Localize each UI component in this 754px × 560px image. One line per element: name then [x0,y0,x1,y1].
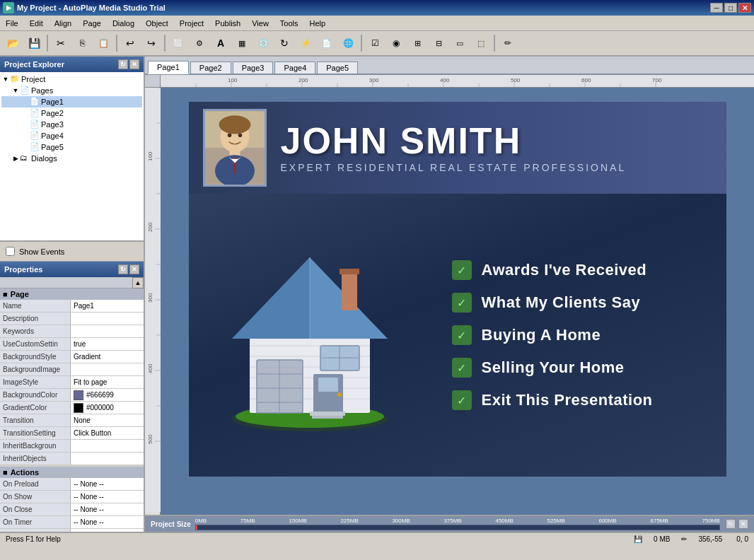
menu-align[interactable]: Align [49,18,77,29]
tree-project[interactable]: ▼ 📁 Project [1,74,142,85]
tab-page4[interactable]: Page4 [274,62,315,74]
project-explorer-close[interactable]: ✕ [129,59,139,69]
tree-pages[interactable]: ▼ 📄 Pages [1,85,142,96]
tb-cut[interactable]: ✂ [51,33,71,53]
tab-page3[interactable]: Page3 [233,62,274,74]
minimize-button[interactable]: ─ [710,3,723,13]
app-title: My Project - AutoPlay Media Studio Trial [17,4,166,12]
tb-media[interactable]: 💿 [253,33,273,53]
section-page: ■ Page [0,288,144,300]
properties-refresh[interactable]: ↻ [118,264,128,274]
tree-page3[interactable]: 📄 Page3 [1,119,142,130]
check-icon-buying: ✓ [452,325,472,345]
prop-onshow: On Show -- None -- [0,491,144,503]
show-events-label: Show Events [19,247,64,256]
tb-table2[interactable]: ⊟ [429,33,448,53]
tab-page1[interactable]: Page1 [148,61,189,74]
menu-row-buying[interactable]: ✓ Buying A Home [452,325,705,345]
tb-redo[interactable]: ↪ [141,33,161,53]
tb-refresh[interactable]: ↻ [274,33,294,53]
menu-object[interactable]: Object [140,18,174,29]
maximize-button[interactable]: □ [724,3,737,13]
menu-dialog[interactable]: Dialog [107,18,140,29]
tb-web[interactable]: 🌐 [338,33,358,53]
tb-grid[interactable]: ▦ [232,33,252,53]
svg-marker-60 [232,257,310,339]
svg-rect-76 [342,272,357,310]
show-events-checkbox[interactable] [6,247,15,256]
status-disk-icon: 💾 [634,535,642,543]
menu-row-selling[interactable]: ✓ Selling Your Home [452,358,705,378]
toolbar-separator-3 [164,35,166,52]
menu-text-clients: What My Clients Say [482,293,641,312]
menu-page[interactable]: Page [77,18,107,29]
project-size-bar: Project Size 0MB 75MB 150MB 225MB 300MB … [145,516,754,532]
slide-photo [203,109,267,187]
tb-pdf[interactable]: 📄 [317,33,337,53]
tb-object2[interactable]: ⚙ [190,33,209,53]
tb-table[interactable]: ⊞ [407,33,427,53]
size-bar-refresh[interactable]: ↻ [726,519,736,529]
menu-help[interactable]: Help [304,18,332,29]
tb-new[interactable]: 📂 [3,33,23,53]
tb-flash[interactable]: ⚡ [296,33,315,53]
tree-page5[interactable]: 📄 Page5 [1,141,142,153]
size-bar-close[interactable]: ✕ [738,519,748,529]
tree-dialogs[interactable]: ▶ 🗂 Dialogs [1,153,142,164]
svg-text:400: 400 [147,363,153,373]
tree-page1[interactable]: 📄 Page1 [1,96,142,107]
svg-point-48 [227,133,231,137]
tb-frame[interactable]: ▭ [450,33,470,53]
tab-page2[interactable]: Page2 [190,62,231,74]
tb-check[interactable]: ☑ [365,33,385,53]
tb-copy[interactable]: ⎘ [72,33,92,53]
tb-save[interactable]: 💾 [24,33,44,53]
tree-page2[interactable]: 📄 Page2 [1,107,142,119]
project-explorer-refresh[interactable]: ↻ [118,59,128,69]
tb-undo[interactable]: ↩ [120,33,140,53]
svg-text:100: 100 [228,77,238,83]
menu-tools[interactable]: Tools [274,18,304,29]
title-bar: ▶ My Project - AutoPlay Media Studio Tri… [0,0,754,16]
status-help: Press F1 for Help [6,535,61,543]
menu-publish[interactable]: Publish [209,18,246,29]
tb-text[interactable]: A [211,33,231,53]
menu-bar: File Edit Align Page Dialog Object Proje… [0,16,754,31]
menu-row-clients[interactable]: ✓ What My Clients Say [452,293,705,313]
tb-radio[interactable]: ◉ [386,33,406,53]
tb-draw[interactable]: ✏ [498,33,518,53]
page-tabs: Page1 Page2 Page3 Page4 Page5 [145,57,754,75]
prop-name: Name Page1 [0,300,144,313]
props-scroll-up[interactable]: ▲ [132,277,144,288]
slide-person-title: EXPERT RESIDENTIAL REAL ESTATE PROFESSIO… [281,162,712,173]
close-button[interactable]: ✕ [738,3,751,13]
properties-header: Properties ↻ ✕ [0,262,144,277]
prop-transitionsetting: TransitionSetting Click Button [0,427,144,440]
ruler-canvas-row: 100 200 300 400 500 [145,88,754,515]
toolbar-separator-5 [494,35,495,52]
menu-view[interactable]: View [246,18,274,29]
menu-row-exit[interactable]: ✓ Exit This Presentation [452,390,705,410]
tb-object1[interactable]: ⬜ [168,33,188,53]
toolbar-separator-1 [47,35,48,52]
menu-file[interactable]: File [0,18,24,29]
prop-onaudio: On Audio -- None -- [0,529,144,532]
menu-edit[interactable]: Edit [24,18,49,29]
properties-close[interactable]: ✕ [129,264,139,274]
tree-page4[interactable]: 📄 Page4 [1,130,142,141]
page-canvas: JOHN SMITH EXPERT RESIDENTIAL REAL ESTAT… [189,102,726,477]
svg-text:100: 100 [147,151,153,161]
properties-content: ▲ ■ Page Name Page1 Description Keywords [0,277,144,532]
tab-page5[interactable]: Page5 [317,62,358,74]
prop-bgimage: BackgroundImage [0,363,144,376]
menu-row-awards[interactable]: ✓ Awards I've Received [452,260,705,280]
properties-panel: Properties ↻ ✕ ▲ ■ Page Name Page1 [0,262,144,532]
status-coords: 356,-55 [698,535,722,543]
tb-paste[interactable]: 📋 [93,33,113,53]
prop-bgstyle: BackgroundStyle Gradient [0,351,144,363]
tb-frame2[interactable]: ⬚ [471,33,491,53]
canvas-scroll[interactable]: JOHN SMITH EXPERT RESIDENTIAL REAL ESTAT… [161,88,754,515]
svg-text:500: 500 [147,434,153,444]
menu-project[interactable]: Project [174,18,209,29]
status-pencil-icon: ✏ [681,535,687,543]
